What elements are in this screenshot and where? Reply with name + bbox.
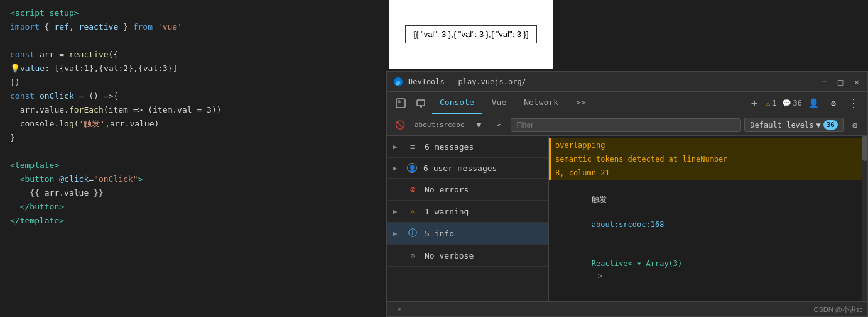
scrollbar[interactable] [862, 136, 867, 301]
console-settings-button[interactable]: ⚙ [847, 118, 862, 133]
bottom-expand-button[interactable]: > [393, 303, 406, 316]
code-line-13: <button @click="onClick"> [0, 172, 389, 186]
menu-icon[interactable]: ⋮ [845, 94, 862, 112]
code-line-2: import { ref, reactive } from 'vue' [0, 20, 389, 34]
list-icon: ≡ [407, 141, 418, 152]
code-line-12: <template> [0, 158, 389, 172]
code-line-3 [0, 34, 389, 48]
devtools-title: DevTools - play.vuejs.org/ [408, 77, 815, 86]
filter-bar: 🚫 about:srcdoc ▼ ↶ Default levels ▼ 36 ⚙ [387, 114, 867, 136]
warnings-label: 1 warning [425, 207, 542, 216]
console-line-reactive: Reactive< ▾ Array(3) > [549, 244, 867, 296]
code-line-5: 💡value: [{val:1},{val:2},{val:3}] [0, 62, 389, 75]
arrow-icon: ▶ [393, 164, 401, 172]
msg-item-user[interactable]: ▶ 👤 6 user messages [387, 158, 548, 179]
arrow-icon: ▶ [393, 230, 401, 238]
code-line-10: } [0, 131, 389, 145]
preview-area: [{ "val": 3 },{ "val": 3 },{ "val": 3 }] [389, 0, 553, 69]
msg-item-errors[interactable]: ▶ ⊗ No errors [387, 179, 548, 201]
console-line-trigger: 触发 about:srcdoc:168 [549, 180, 867, 244]
arrow-icon: ▶ [393, 143, 401, 151]
console-output: overlapping semantic tokens detected at … [549, 136, 867, 301]
message-list: ▶ ≡ 6 messages ▶ 👤 6 user messages ▶ ⊗ N… [387, 136, 549, 301]
code-line-6: }) [0, 75, 389, 89]
devtools-content: ▶ ≡ 6 messages ▶ 👤 6 user messages ▶ ⊗ N… [387, 136, 867, 301]
devtools-panel: DevTools - play.vuejs.org/ ─ □ ✕ Console… [386, 71, 868, 317]
console-line-item-0[interactable]: ▶ 0: {val: 3} [549, 296, 867, 301]
default-levels-dropdown[interactable]: Default levels ▼ 36 [744, 118, 844, 132]
code-line-11 [0, 145, 389, 158]
devtools-titlebar: DevTools - play.vuejs.org/ ─ □ ✕ [387, 72, 867, 92]
code-line-14: {{ arr.value }} [0, 186, 389, 200]
tab-more[interactable]: >> [568, 92, 594, 114]
console-warn-line-2: semantic tokens detected at lineNumber [549, 152, 867, 166]
warning-badge: ⚠ 1 [766, 99, 776, 108]
edge-icon [393, 77, 403, 87]
msg-item-verbose[interactable]: ▶ ⚙ No verbose [387, 245, 548, 267]
device-toolbar-button[interactable] [412, 94, 430, 112]
preview-text: [{ "val": 3 },{ "val": 3 },{ "val": 3 }] [405, 25, 536, 43]
settings-icon[interactable]: ⚙ [825, 94, 842, 112]
tab-console[interactable]: Console [432, 92, 482, 114]
code-line-8: arr.value.forEach(item => (item.val = 3)… [0, 103, 389, 117]
no-errors-label: No errors [425, 185, 542, 194]
tab-network[interactable]: Network [516, 92, 566, 114]
add-button[interactable]: + [746, 94, 763, 112]
restore-button[interactable]: □ [836, 77, 845, 86]
code-line-7: const onClick = () =>{ [0, 89, 389, 103]
verbose-icon: ⚙ [407, 250, 418, 261]
code-line-1: <script setup> [0, 6, 389, 20]
source-link[interactable]: about:srcdoc:168 [592, 220, 665, 229]
user-icon: 👤 [407, 163, 417, 173]
msg-item-warnings[interactable]: ▶ ⚠ 1 warning [387, 201, 548, 223]
msg-item-info[interactable]: ▶ ⓘ 5 info [387, 223, 548, 245]
error-icon: ⊗ [407, 184, 418, 195]
inspect-element-button[interactable] [392, 94, 410, 112]
code-line-4: const arr = reactive({ [0, 48, 389, 62]
devtools-bottom: > [387, 301, 867, 316]
window-controls: ─ □ ✕ [820, 77, 861, 86]
arrow-icon: ▶ [393, 208, 401, 216]
code-line-16: </template> [0, 214, 389, 228]
message-badge: 💬 36 [782, 99, 802, 108]
close-button[interactable]: ✕ [852, 77, 861, 86]
url-dropdown-button[interactable]: ▼ [470, 117, 487, 133]
code-line-15: </button> [0, 200, 389, 214]
verbose-label: No verbose [425, 251, 542, 260]
msg-item-all[interactable]: ▶ ≡ 6 messages [387, 136, 548, 158]
console-warn-line-3: 8, column 21 [549, 166, 867, 180]
info-label: 5 info [425, 229, 542, 238]
code-editor: <script setup> import { ref, reactive } … [0, 0, 389, 317]
profile-icon[interactable]: 👤 [805, 94, 822, 112]
console-warn-line-1: overlapping [549, 138, 867, 152]
back-button[interactable]: ↶ [491, 117, 507, 133]
clear-console-button[interactable]: 🚫 [392, 117, 408, 133]
all-messages-label: 6 messages [425, 142, 542, 152]
tab-vue[interactable]: Vue [484, 92, 514, 114]
svg-rect-1 [396, 99, 405, 108]
info-icon: ⓘ [407, 228, 418, 239]
url-display: about:srcdoc [412, 117, 467, 133]
minimize-button[interactable]: ─ [820, 77, 828, 86]
filter-input[interactable] [511, 118, 741, 132]
devtools-toolbar: Console Vue Network >> + ⚠ 1 💬 36 👤 ⚙ ⋮ [387, 92, 867, 114]
warn-icon: ⚠ [407, 206, 418, 217]
user-messages-label: 6 user messages [423, 164, 542, 173]
svg-rect-3 [420, 106, 422, 108]
code-line-9: console.log('触发',arr.value) [0, 117, 389, 131]
svg-rect-2 [417, 100, 425, 106]
csdn-watermark: CSDN @小讲sc [814, 305, 863, 314]
scrollbar-thumb [862, 136, 867, 161]
